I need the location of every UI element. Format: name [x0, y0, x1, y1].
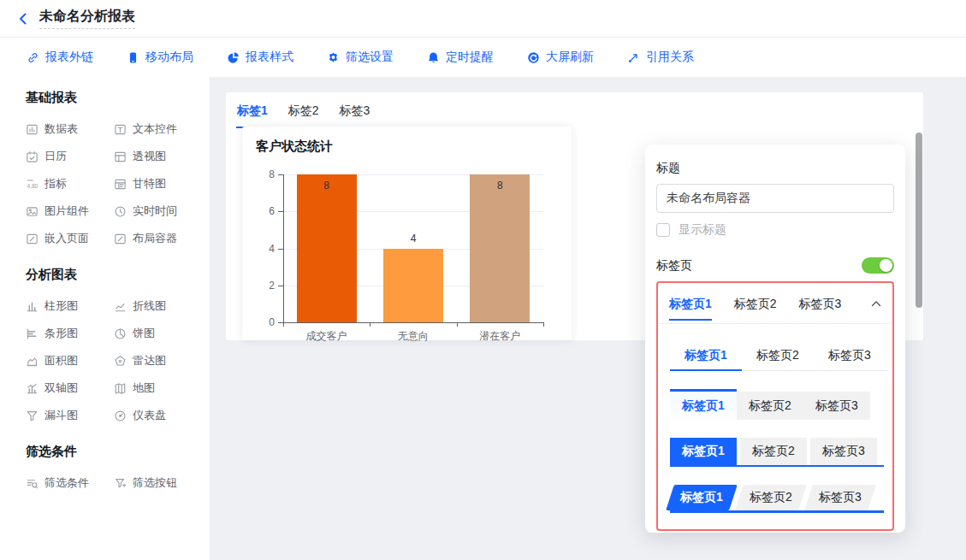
sidebar-item-label: 图片组件: [44, 203, 89, 219]
sidebar-section-title: 基础报表: [26, 89, 196, 106]
sidebar-item-filter-condition[interactable]: 筛选条件: [26, 469, 114, 497]
sidebar-section-grid: 数据表文本控件日历透视图4,80指标甘特图图片组件实时时间嵌入页面布局容器: [26, 115, 196, 252]
sidebar-item-label: 数据表: [44, 121, 78, 137]
toolbar-item-gear[interactable]: 筛选设置: [326, 50, 394, 65]
clock-icon: [114, 205, 127, 218]
container-tab-bar: 标签1标签2标签3: [236, 101, 388, 128]
chart-widget[interactable]: 客户状态统计 024688成交客户4无意向8潜在客户: [242, 127, 572, 340]
selected-style-tab-3[interactable]: 标签页3: [799, 286, 842, 321]
preview-tab: 标签页3: [814, 348, 886, 370]
title-field-label: 标题: [656, 161, 894, 176]
preview-tab: 标签页2: [735, 485, 807, 510]
sidebar-item-area-chart[interactable]: 面积图: [26, 347, 114, 374]
show-title-checkbox[interactable]: [656, 223, 670, 237]
sidebar-item-column-chart[interactable]: 柱形图: [26, 292, 114, 320]
sidebar-section-title: 筛选条件: [26, 443, 196, 460]
preview-tab: 标签页1: [666, 485, 738, 510]
gear-icon: [326, 50, 340, 64]
sidebar-item-image[interactable]: 图片组件: [26, 197, 114, 225]
tab-style-selector-header[interactable]: 标签页1标签页2标签页3: [658, 283, 892, 324]
sidebar-item-label: 仪表盘: [133, 408, 166, 423]
canvas-scrollbar[interactable]: [916, 133, 922, 308]
sidebar-item-label: 双轴图: [44, 380, 78, 396]
sidebar-item-label: 筛选条件: [44, 475, 89, 491]
tabs-toggle-switch[interactable]: [862, 257, 894, 274]
preview-tab-label: 标签页3: [819, 490, 862, 505]
toolbar-item-mobile[interactable]: 移动布局: [126, 50, 193, 65]
line-chart-icon: [114, 300, 127, 313]
sidebar-item-line-chart[interactable]: 折线图: [114, 292, 196, 320]
tab-style-option-card[interactable]: 标签页1标签页2标签页3: [670, 389, 880, 420]
chart-title: 客户状态统计: [242, 127, 572, 155]
selected-style-tab-1[interactable]: 标签页1: [669, 286, 712, 321]
preview-tab: 标签页3: [803, 392, 870, 420]
toolbar-item-relation[interactable]: 引用关系: [626, 50, 694, 65]
sidebar-item-indicator[interactable]: 4,80指标: [26, 170, 114, 197]
sidebar-item-radar-chart[interactable]: 雷达图: [114, 347, 196, 374]
toolbar-item-bell[interactable]: 定时提醒: [426, 50, 494, 65]
y-tick-label: 4: [254, 243, 275, 255]
sidebar-item-calendar[interactable]: 日历: [26, 143, 114, 170]
canvas-tab-1[interactable]: 标签1: [236, 101, 269, 128]
back-button[interactable]: [14, 9, 33, 28]
sidebar-item-text-widget[interactable]: 文本控件: [114, 115, 196, 143]
toolbar-item-label: 定时提醒: [446, 50, 494, 65]
preview-tab: 标签页2: [742, 348, 814, 370]
pivot-icon: [114, 150, 127, 163]
indicator-icon: 4,80: [26, 178, 39, 191]
container-settings-panel: 标题 显示标题 标签页 标签页1标签页2标签页3 标签页1标签页2标签页3标签页…: [645, 144, 905, 533]
sidebar-item-embed[interactable]: 嵌入页面: [26, 225, 114, 252]
canvas-tab-2[interactable]: 标签2: [287, 101, 320, 127]
sidebar-item-filter-button[interactable]: 筛选按钮: [114, 469, 196, 497]
bar-潜在客户[interactable]: [470, 174, 530, 322]
container-title-input[interactable]: [656, 184, 894, 213]
tab-style-option-slant[interactable]: 标签页1标签页2标签页3: [670, 485, 880, 513]
page-title[interactable]: 未命名分析报表: [39, 8, 135, 29]
y-tick-label: 2: [254, 280, 275, 292]
tab-style-dropdown: 标签页1标签页2标签页3标签页1标签页2标签页3标签页1标签页2标签页3标签页1…: [658, 324, 892, 513]
bar-成交客户[interactable]: [297, 174, 357, 322]
tab-style-option-underline[interactable]: 标签页1标签页2标签页3: [670, 348, 880, 371]
sidebar-item-label: 甘特图: [133, 176, 166, 192]
tab-style-preview: 标签页1标签页2标签页3: [670, 438, 884, 467]
x-category-label: 潜在客户: [457, 329, 543, 344]
toolbar-item-label: 移动布局: [145, 50, 193, 65]
mobile-icon: [126, 50, 139, 64]
preview-tab: 标签页3: [810, 438, 877, 465]
sidebar-item-pivot[interactable]: 透视图: [114, 143, 196, 170]
toolbar-item-pie[interactable]: 报表样式: [226, 50, 293, 65]
sidebar-item-map[interactable]: 地图: [114, 374, 196, 402]
sidebar-item-container[interactable]: 布局容器: [114, 225, 196, 252]
x-axis-line: [283, 322, 543, 323]
toolbar-item-label: 报表外链: [45, 50, 93, 65]
text-widget-icon: [114, 123, 127, 136]
refresh-icon: [526, 50, 540, 64]
sidebar-item-clock[interactable]: 实时时间: [114, 197, 196, 225]
sidebar-section: 分析图表柱形图折线图条形图饼图面积图雷达图双轴图地图漏斗图仪表盘: [26, 266, 196, 429]
toggle-knob: [880, 259, 892, 272]
toolbar-item-link[interactable]: 报表外链: [26, 50, 93, 65]
canvas-tab-3[interactable]: 标签3: [339, 101, 371, 127]
sidebar-item-label: 指标: [44, 176, 67, 192]
filter-button-icon: [114, 477, 127, 490]
tab-style-preview: 标签页1标签页2标签页3: [670, 389, 880, 420]
sidebar-item-bar-chart[interactable]: 条形图: [26, 320, 114, 347]
sidebar-item-data-table[interactable]: 数据表: [26, 115, 114, 143]
selected-style-tab-2[interactable]: 标签页2: [734, 286, 777, 321]
sidebar-item-gantt[interactable]: 甘特图: [114, 170, 196, 197]
bar-无意向[interactable]: [383, 249, 443, 323]
toolbar-item-refresh[interactable]: 大屏刷新: [526, 50, 594, 65]
preview-tab-label: 标签页1: [680, 490, 723, 505]
tab-style-option-solid[interactable]: 标签页1标签页2标签页3: [670, 438, 880, 467]
y-tick-label: 0: [254, 316, 275, 328]
sidebar-item-funnel-chart[interactable]: 漏斗图: [26, 402, 114, 429]
sidebar-item-dual-axis[interactable]: 双轴图: [26, 374, 114, 402]
sidebar-item-gauge[interactable]: 仪表盘: [114, 402, 196, 429]
sidebar-item-label: 筛选按钮: [133, 475, 177, 491]
y-tick-label: 8: [254, 168, 275, 180]
tab-style-selector: 标签页1标签页2标签页3 标签页1标签页2标签页3标签页1标签页2标签页3标签页…: [656, 281, 894, 531]
sidebar-section-title: 分析图表: [26, 266, 196, 283]
sidebar-item-pie-chart[interactable]: 饼图: [114, 320, 196, 347]
chevron-up-icon[interactable]: [871, 300, 881, 307]
link-icon: [26, 50, 39, 64]
